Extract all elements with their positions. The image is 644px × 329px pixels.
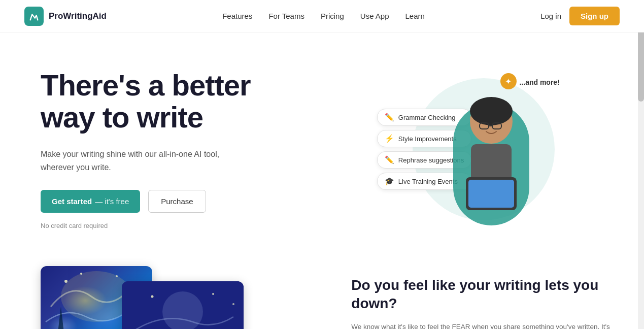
nav-use-app[interactable]: Use App (360, 12, 389, 20)
second-section-title: Do you feel like your writing lets you d… (351, 276, 621, 313)
nav-features[interactable]: Features (222, 12, 252, 20)
logo-link[interactable]: ProWritingAid (24, 7, 107, 26)
svg-point-20 (232, 303, 234, 305)
scrollbar-track[interactable] (638, 0, 644, 329)
nav-for-teams[interactable]: For Teams (268, 12, 304, 20)
grammar-icon: ✏️ (385, 113, 394, 122)
navbar: ProWritingAid Features For Teams Pricing… (0, 0, 644, 32)
hero-illustration: ✏️ Grammar Checking ⚡ Style Improvements… (377, 68, 560, 231)
hero-title: There's a better way to write (41, 69, 333, 134)
second-right-content: Do you feel like your writing lets you d… (351, 266, 621, 329)
login-button[interactable]: Log in (540, 12, 561, 20)
person-illustration (438, 83, 545, 231)
nav-pricing[interactable]: Pricing (321, 12, 344, 20)
brand-name: ProWritingAid (49, 11, 107, 21)
hero-subtitle: Make your writing shine with our all-in-… (41, 148, 244, 174)
svg-point-2 (470, 97, 513, 125)
hero-buttons: Get started — it's free Purchase (41, 190, 333, 213)
svg-point-10 (64, 280, 67, 283)
svg-rect-8 (468, 180, 514, 208)
signup-button[interactable]: Sign up (569, 7, 620, 25)
hero-right: ✏️ Grammar Checking ⚡ Style Improvements… (333, 63, 603, 236)
svg-point-11 (116, 275, 118, 277)
no-credit-text: No credit card required (41, 222, 333, 229)
svg-point-19 (212, 293, 214, 295)
nav-learn[interactable]: Learn (405, 12, 425, 20)
purchase-button[interactable]: Purchase (148, 190, 206, 213)
second-night-card (122, 281, 244, 329)
nav-menu: Features For Teams Pricing Use App Learn (222, 12, 425, 21)
rephrase-icon: ✏️ (385, 155, 394, 164)
svg-point-13 (80, 273, 82, 275)
svg-point-18 (151, 295, 154, 298)
second-section-body: We know what it's like to feel the FEAR … (351, 321, 621, 329)
get-started-button[interactable]: Get started — it's free (41, 190, 140, 213)
second-left-images: My idea in my head (41, 266, 311, 329)
hero-section: There's a better way to write Make your … (0, 32, 644, 256)
second-card-svg (122, 281, 244, 329)
logo-icon (24, 7, 44, 26)
style-icon: ⚡ (385, 134, 394, 143)
nav-right: Log in Sign up (540, 7, 620, 25)
second-section: My idea in my head Do you feel like your… (0, 256, 644, 329)
hero-left: There's a better way to write Make your … (41, 69, 333, 230)
training-icon: 🎓 (385, 177, 394, 186)
